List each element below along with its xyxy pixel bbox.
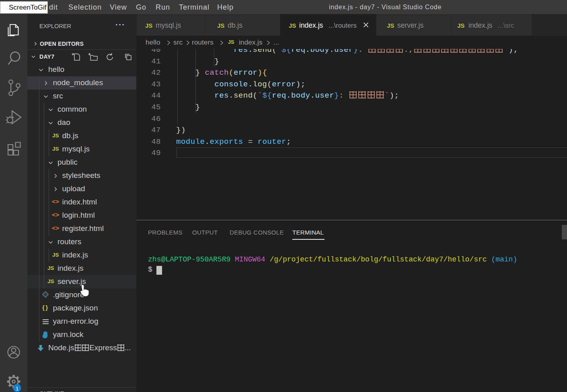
- svg-text:1: 1: [16, 386, 19, 392]
